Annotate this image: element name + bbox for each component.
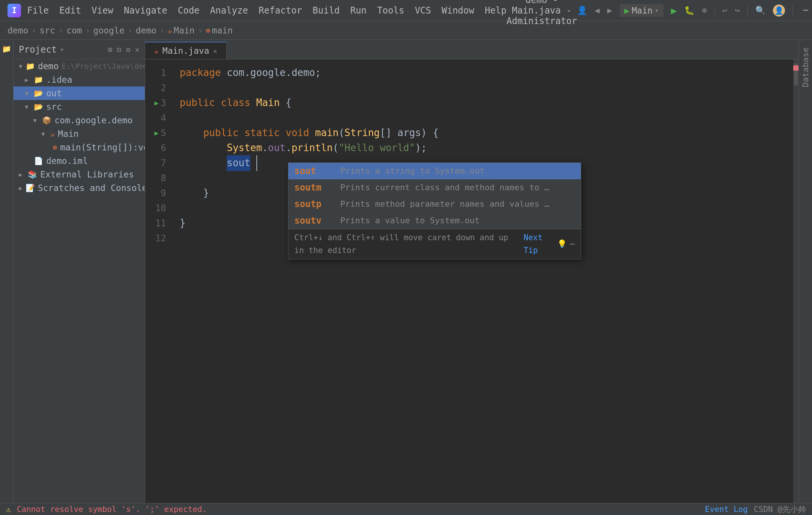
menu-analyze[interactable]: Analyze bbox=[210, 5, 248, 16]
code-line-3: public class Main { bbox=[180, 95, 786, 111]
user-icon[interactable]: 👤 bbox=[577, 6, 587, 15]
line-9-num: 9 bbox=[145, 186, 166, 201]
event-log-label[interactable]: Event Log bbox=[705, 505, 748, 514]
label-package: com.google.demo bbox=[55, 115, 133, 125]
menu-help[interactable]: Help bbox=[485, 5, 506, 16]
line-3-num: ▶ 3 bbox=[145, 95, 166, 111]
ln4: 4 bbox=[161, 111, 166, 125]
breadcrumb-main-class[interactable]: ☕ Main bbox=[168, 26, 194, 35]
tree-item-scratches[interactable]: ▶ 📝 Scratches and Consoles bbox=[14, 181, 145, 195]
tab-close-icon[interactable]: ✕ bbox=[213, 47, 217, 55]
ac-desc-soutp: Prints method parameter names and values… bbox=[340, 197, 549, 211]
project-close-icon[interactable]: ✕ bbox=[135, 45, 139, 54]
redo-button[interactable]: ↪ bbox=[735, 6, 740, 15]
editor-column: ☕ Main.java ✕ 1 2 ▶ 3 4 ▶ bbox=[145, 40, 798, 503]
line-6-num: 6 bbox=[145, 141, 166, 156]
line-12-num: 12 bbox=[145, 231, 166, 246]
project-dropdown-icon[interactable]: ▾ bbox=[60, 45, 64, 53]
label-ext-libraries: External Libraries bbox=[40, 170, 134, 179]
nav-back[interactable]: ◀ bbox=[595, 6, 600, 15]
code-line-4 bbox=[180, 111, 786, 126]
tree-item-main-method[interactable]: ⊕ main(String[]):void bbox=[14, 141, 145, 154]
code-editor[interactable]: 1 2 ▶ 3 4 ▶ 5 6 7 8 9 10 11 bbox=[145, 59, 798, 503]
tree-item-iml[interactable]: 📄 demo.iml bbox=[14, 154, 145, 168]
tree-item-out[interactable]: ▼ 📂 out bbox=[14, 86, 145, 100]
tree-item-ext-libraries[interactable]: ▶ 📚 External Libraries bbox=[14, 168, 145, 181]
autocomplete-dropdown[interactable]: sout Prints a string to System.out soutm… bbox=[288, 162, 581, 259]
user-avatar[interactable]: 👤 bbox=[773, 5, 785, 17]
arrow-src: ▼ bbox=[25, 103, 31, 111]
run-button[interactable]: ▶ bbox=[671, 5, 677, 16]
tree-item-src[interactable]: ▼ 📂 src bbox=[14, 100, 145, 114]
menu-refactor[interactable]: Refactor bbox=[259, 5, 302, 16]
nav-forward[interactable]: ▶ bbox=[607, 6, 612, 15]
ac-item-sout[interactable]: sout Prints a string to System.out bbox=[288, 163, 581, 179]
ac-item-soutp[interactable]: soutp Prints method parameter names and … bbox=[288, 196, 581, 212]
label-main-class: Main bbox=[58, 129, 79, 139]
menu-run[interactable]: Run bbox=[350, 5, 367, 16]
project-tree: ▼ 📁 demo E:\Project\Java\demo ▶ 📁 .idea … bbox=[14, 59, 145, 503]
run-config-arrow-icon: ▾ bbox=[655, 6, 659, 14]
debug-button[interactable]: 🐛 bbox=[684, 6, 694, 15]
tab-main-java[interactable]: ☕ Main.java ✕ bbox=[145, 42, 227, 59]
csdn-label[interactable]: CSDN @先小帅 bbox=[754, 504, 806, 515]
menu-view[interactable]: View bbox=[92, 5, 114, 16]
ac-keyword-soutm: soutm bbox=[294, 180, 336, 195]
tree-item-main-class[interactable]: ▼ ☕ Main bbox=[14, 127, 145, 141]
editor-tabs: ☕ Main.java ✕ bbox=[145, 40, 798, 59]
menu-file[interactable]: File bbox=[27, 5, 49, 16]
tab-label: Main.java bbox=[162, 46, 209, 56]
coverage-button[interactable]: ⊕ bbox=[702, 6, 707, 15]
code-content[interactable]: package com.google.demo; public class Ma… bbox=[172, 59, 793, 503]
java-class-icon: ☕ bbox=[50, 129, 55, 138]
project-icon[interactable]: 📁 bbox=[2, 44, 12, 54]
run-arrow-3[interactable]: ▶ bbox=[155, 98, 159, 109]
menu-vcs[interactable]: VCS bbox=[415, 5, 431, 16]
project-title: Project ▾ bbox=[19, 44, 64, 55]
menu-build[interactable]: Build bbox=[313, 5, 340, 16]
minimize-button[interactable]: ─ bbox=[800, 5, 811, 16]
database-label[interactable]: Database bbox=[801, 47, 810, 87]
breadcrumb-demo2[interactable]: demo bbox=[136, 26, 156, 35]
method-icon: ⊕ bbox=[53, 143, 57, 152]
line-numbers: 1 2 ▶ 3 4 ▶ 5 6 7 8 9 10 11 bbox=[145, 59, 172, 503]
breadcrumb-main-method[interactable]: ⊕ main bbox=[206, 26, 233, 35]
project-settings-icon[interactable]: ⚙ bbox=[126, 45, 130, 54]
ac-desc-soutv: Prints a value to System.out bbox=[340, 214, 480, 227]
app-icon: I bbox=[8, 4, 21, 17]
ac-item-soutv[interactable]: soutv Prints a value to System.out bbox=[288, 212, 581, 229]
tree-item-idea[interactable]: ▶ 📁 .idea bbox=[14, 73, 145, 86]
breadcrumb-google[interactable]: google bbox=[93, 26, 124, 35]
menu-navigate[interactable]: Navigate bbox=[124, 5, 167, 16]
menu-tools[interactable]: Tools bbox=[377, 5, 404, 16]
collapse-all-icon[interactable]: ⊟ bbox=[117, 45, 121, 54]
line-8-num: 8 bbox=[145, 171, 166, 186]
menu-bar: File Edit View Navigate Code Analyze Ref… bbox=[27, 5, 506, 16]
bulb-icon[interactable]: 💡 bbox=[557, 238, 567, 251]
label-demo: demo bbox=[38, 61, 59, 71]
menu-window[interactable]: Window bbox=[442, 5, 474, 16]
arrow-ext: ▶ bbox=[19, 171, 25, 178]
right-side-labels: Database bbox=[799, 40, 812, 87]
status-bar: ⚠ Cannot resolve symbol 's'. ';' expecte… bbox=[0, 503, 812, 515]
ac-item-soutm[interactable]: soutm Prints current class and method na… bbox=[288, 179, 581, 196]
search-button[interactable]: 🔍 bbox=[755, 6, 765, 15]
run-arrow-5[interactable]: ▶ bbox=[155, 128, 159, 139]
vertical-scrollbar[interactable] bbox=[793, 59, 798, 503]
undo-button[interactable]: ↩ bbox=[723, 6, 727, 15]
expand-all-icon[interactable]: ⊞ bbox=[108, 45, 112, 54]
breadcrumb-com[interactable]: com bbox=[67, 26, 82, 35]
left-icon-strip: 📁 bbox=[0, 40, 14, 503]
ln1: 1 bbox=[161, 66, 166, 80]
ac-tip-link[interactable]: Next Tip bbox=[524, 232, 554, 257]
arrow-demo: ▼ bbox=[19, 63, 23, 70]
run-config[interactable]: ▶ Main ▾ bbox=[620, 4, 664, 17]
tree-item-demo[interactable]: ▼ 📁 demo E:\Project\Java\demo bbox=[14, 59, 145, 73]
window-title: demo - Main.java - Administrator bbox=[506, 0, 577, 26]
menu-edit[interactable]: Edit bbox=[59, 5, 81, 16]
breadcrumb-src[interactable]: src bbox=[39, 26, 55, 35]
breadcrumb-demo[interactable]: demo bbox=[8, 26, 28, 35]
more-icon[interactable]: ⋯ bbox=[570, 238, 575, 251]
menu-code[interactable]: Code bbox=[178, 5, 200, 16]
tree-item-package[interactable]: ▼ 📦 com.google.demo bbox=[14, 114, 145, 127]
